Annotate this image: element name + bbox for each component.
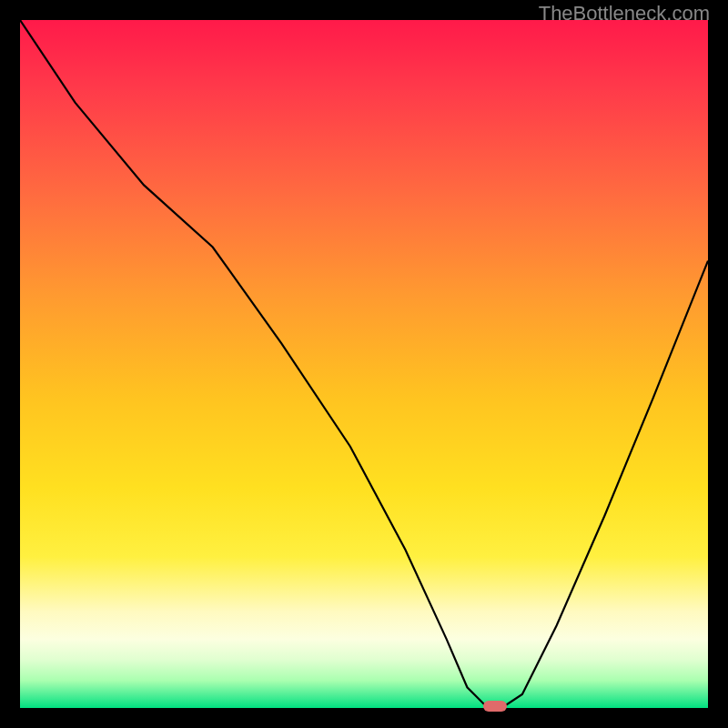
gradient-plot-background [20, 20, 708, 708]
watermark-text: TheBottleneck.com [539, 2, 710, 25]
optimal-point-marker [483, 701, 507, 712]
